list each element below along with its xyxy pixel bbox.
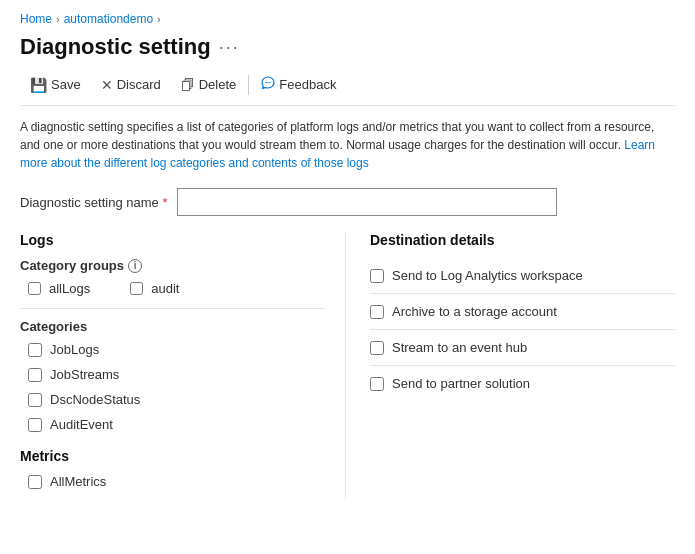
metrics-section: Metrics AllMetrics xyxy=(20,448,325,489)
categories-heading: Categories xyxy=(20,319,325,334)
metrics-heading: Metrics xyxy=(20,448,325,464)
toolbar-separator xyxy=(248,75,249,95)
jobLogs-label: JobLogs xyxy=(50,342,99,357)
discard-label: Discard xyxy=(117,77,161,92)
category-groups-info-icon[interactable]: i xyxy=(128,259,142,273)
audit-checkbox-row[interactable]: audit xyxy=(130,281,179,296)
breadcrumb-sep-2: › xyxy=(157,13,161,25)
main-content: Logs Category groups i allLogs audit Ca xyxy=(20,232,675,499)
allLogs-checkbox-row[interactable]: allLogs xyxy=(28,281,90,296)
toolbar: 💾 Save ✕ Discard 🗍 Delete Feedback xyxy=(20,72,675,106)
auditEvent-label: AuditEvent xyxy=(50,417,113,432)
partner-solution-checkbox[interactable] xyxy=(370,377,384,391)
auditEvent-checkbox[interactable] xyxy=(28,418,42,432)
more-options-icon[interactable]: ··· xyxy=(219,37,240,58)
jobStreams-label: JobStreams xyxy=(50,367,119,382)
page-title: Diagnostic setting xyxy=(20,34,211,60)
dscNodeStatus-checkbox-row[interactable]: DscNodeStatus xyxy=(20,392,325,407)
jobStreams-checkbox[interactable] xyxy=(28,368,42,382)
allLogs-label: allLogs xyxy=(49,281,90,296)
allMetrics-checkbox-row[interactable]: AllMetrics xyxy=(20,474,325,489)
save-button[interactable]: 💾 Save xyxy=(20,73,91,97)
partner-solution-label: Send to partner solution xyxy=(392,376,530,391)
logs-section: Logs Category groups i allLogs audit Ca xyxy=(20,232,346,499)
jobLogs-checkbox-row[interactable]: JobLogs xyxy=(20,342,325,357)
category-groups-row: allLogs audit xyxy=(20,281,325,296)
logs-heading: Logs xyxy=(20,232,325,248)
allLogs-checkbox[interactable] xyxy=(28,282,41,295)
svg-point-0 xyxy=(266,82,267,83)
jobStreams-checkbox-row[interactable]: JobStreams xyxy=(20,367,325,382)
storage-account-row[interactable]: Archive to a storage account xyxy=(370,294,675,330)
storage-account-label: Archive to a storage account xyxy=(392,304,557,319)
event-hub-row[interactable]: Stream to an event hub xyxy=(370,330,675,366)
required-indicator: * xyxy=(162,195,167,210)
destination-heading: Destination details xyxy=(370,232,675,248)
logs-divider xyxy=(20,308,325,309)
description-text: A diagnostic setting specifies a list of… xyxy=(20,118,660,172)
partner-solution-row[interactable]: Send to partner solution xyxy=(370,366,675,401)
feedback-button[interactable]: Feedback xyxy=(251,72,346,97)
category-groups-heading: Category groups i xyxy=(20,258,325,273)
destination-section: Destination details Send to Log Analytic… xyxy=(346,232,675,499)
discard-icon: ✕ xyxy=(101,77,113,93)
delete-button[interactable]: 🗍 Delete xyxy=(171,73,247,97)
audit-checkbox[interactable] xyxy=(130,282,143,295)
dscNodeStatus-label: DscNodeStatus xyxy=(50,392,140,407)
breadcrumb-home[interactable]: Home xyxy=(20,12,52,26)
auditEvent-checkbox-row[interactable]: AuditEvent xyxy=(20,417,325,432)
dscNodeStatus-checkbox[interactable] xyxy=(28,393,42,407)
storage-account-checkbox[interactable] xyxy=(370,305,384,319)
event-hub-checkbox[interactable] xyxy=(370,341,384,355)
feedback-label: Feedback xyxy=(279,77,336,92)
save-icon: 💾 xyxy=(30,77,47,93)
diagnostic-name-label: Diagnostic setting name * xyxy=(20,195,167,210)
svg-point-2 xyxy=(270,82,271,83)
feedback-icon xyxy=(261,76,275,93)
log-analytics-row[interactable]: Send to Log Analytics workspace xyxy=(370,258,675,294)
event-hub-label: Stream to an event hub xyxy=(392,340,527,355)
page-title-row: Diagnostic setting ··· xyxy=(20,34,675,60)
log-analytics-checkbox[interactable] xyxy=(370,269,384,283)
delete-icon: 🗍 xyxy=(181,77,195,93)
audit-label: audit xyxy=(151,281,179,296)
log-analytics-label: Send to Log Analytics workspace xyxy=(392,268,583,283)
discard-button[interactable]: ✕ Discard xyxy=(91,73,171,97)
allMetrics-checkbox[interactable] xyxy=(28,475,42,489)
save-label: Save xyxy=(51,77,81,92)
delete-label: Delete xyxy=(199,77,237,92)
breadcrumb-automationdemo[interactable]: automationdemo xyxy=(64,12,153,26)
diagnostic-name-input[interactable] xyxy=(177,188,557,216)
breadcrumb: Home › automationdemo › xyxy=(20,12,675,26)
allMetrics-label: AllMetrics xyxy=(50,474,106,489)
breadcrumb-sep-1: › xyxy=(56,13,60,25)
jobLogs-checkbox[interactable] xyxy=(28,343,42,357)
diagnostic-setting-name-field: Diagnostic setting name * xyxy=(20,188,675,216)
svg-point-1 xyxy=(268,82,269,83)
